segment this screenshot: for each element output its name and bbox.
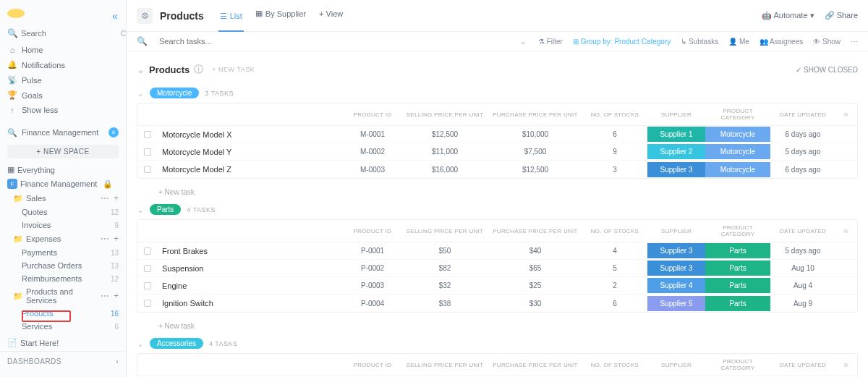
search-input[interactable] [21,29,121,38]
close-space-icon[interactable]: × [109,127,119,137]
add-column-icon[interactable]: ⊕ [835,226,857,236]
new-space-button[interactable]: + NEW SPACE [7,145,119,158]
status-icon[interactable] [144,265,151,272]
col-selling[interactable]: SELLING PRICE PER UNIT [401,360,488,370]
new-task-button[interactable]: + NEW TASK [212,66,255,73]
cell-supplier[interactable]: Supplier 3 [647,243,705,258]
col-supplier[interactable]: SUPPLIER [647,110,705,119]
task-name[interactable]: Front Brakes [158,244,344,258]
tab-list[interactable]: ☰List [218,6,244,32]
list-services[interactable]: Services6 [0,320,126,333]
collapse-sidebar-icon[interactable]: « [112,10,118,22]
folder-products-services[interactable]: 📁Products and Services⋯+ [0,285,126,307]
cell-supplier[interactable]: Supplier 3 [647,260,705,276]
col-updated[interactable]: DATE UPDATED [770,226,835,236]
info-icon[interactable]: ⓘ [194,63,203,76]
cell-supplier[interactable]: Supplier 1 [647,127,705,142]
status-icon[interactable] [144,282,151,289]
nav-show-less[interactable]: ↑Show less [0,103,126,117]
more-options-icon[interactable]: ⋯ [851,38,858,46]
col-category[interactable]: PRODUCT CATEGORY [705,223,770,239]
cell-category[interactable]: Parts [705,243,770,258]
cell-supplier[interactable]: Supplier 3 [647,162,705,177]
status-icon[interactable] [144,131,151,138]
nav-pulse[interactable]: 📡Pulse [0,72,126,88]
col-product-id[interactable]: PRODUCT ID [344,226,401,236]
col-purchase[interactable]: PURCHASE PRICE PER UNIT [488,360,582,370]
expand-search-icon[interactable]: ⌄ [519,36,527,46]
filter-button[interactable]: ⚗ Filter [538,38,563,46]
more-icon[interactable]: ⋯ [101,234,109,244]
show-button[interactable]: 👁 Show [813,38,841,46]
group-collapse-icon[interactable]: ⌄ [137,205,144,215]
col-supplier[interactable]: SUPPLIER [647,360,705,370]
col-purchase[interactable]: PURCHASE PRICE PER UNIT [488,226,582,236]
plus-icon[interactable]: + [114,234,119,244]
list-invoices[interactable]: Invoices9 [0,219,126,232]
task-name[interactable]: Suspension [158,261,344,276]
col-stocks[interactable]: NO. OF STOCKS [582,226,647,236]
add-column-icon[interactable]: ⊕ [835,360,857,370]
show-closed-button[interactable]: ✓ SHOW CLOSED [796,66,858,74]
collapse-icon[interactable]: ⌄ [137,64,145,75]
sidebar-everything[interactable]: ▦Everything [0,163,126,177]
list-quotes[interactable]: Quotes12 [0,206,126,219]
more-icon[interactable]: ⋯ [101,193,109,203]
group-pill[interactable]: Motorcycle [150,88,199,98]
group-collapse-icon[interactable]: ⌄ [137,88,144,98]
table-row[interactable]: Engine P-0003 $32 $25 2 Supplier 4 Parts… [137,277,857,295]
new-task-row[interactable]: + New task [137,318,858,334]
nav-home[interactable]: ⌂Home [0,43,126,57]
task-name[interactable]: Motorcycle Model Y [158,145,344,159]
cell-category[interactable]: Motorcycle [705,144,770,159]
add-column-icon[interactable]: ⊕ [835,110,857,119]
cell-supplier[interactable]: Supplier 2 [647,144,705,159]
folder-sales[interactable]: 📁Sales⋯+ [0,191,126,206]
cell-category[interactable]: Parts [705,260,770,276]
task-name[interactable]: Engine [158,279,344,293]
col-stocks[interactable]: NO. OF STOCKS [582,360,647,370]
col-selling[interactable]: SELLING PRICE PER UNIT [401,226,488,236]
more-icon[interactable]: ⋯ [101,291,109,301]
col-selling[interactable]: SELLING PRICE PER UNIT [401,110,488,119]
assignees-button[interactable]: 👥 Assignees [760,38,803,46]
col-updated[interactable]: DATE UPDATED [770,110,835,119]
nav-goals[interactable]: 🏆Goals [0,88,126,103]
space-header[interactable]: 🔍 Finance Management × [0,123,126,142]
task-name[interactable]: Motorcycle Model X [158,127,344,142]
status-icon[interactable] [144,300,151,307]
col-stocks[interactable]: NO. OF STOCKS [582,110,647,119]
tab-by-supplier[interactable]: ▦By Supplier [254,6,307,25]
group-collapse-icon[interactable]: ⌄ [137,339,144,349]
table-row[interactable]: Motorcycle Model Z M-0003 $16,000 $12,50… [137,161,857,178]
subtasks-button[interactable]: ↳ Subtasks [681,38,718,46]
col-supplier[interactable]: SUPPLIER [647,226,705,236]
dashboards-section[interactable]: DASHBOARDS› [0,351,126,371]
group-by-button[interactable]: ⊞ Group by: Product Category [573,38,671,46]
col-product-id[interactable]: PRODUCT ID [344,110,401,119]
col-updated[interactable]: DATE UPDATED [770,360,835,370]
cell-category[interactable]: Motorcycle [705,127,770,142]
cell-supplier[interactable]: Supplier 5 [647,296,705,311]
sidebar-search[interactable]: 🔍 Ctrl+K [0,24,126,43]
col-purchase[interactable]: PURCHASE PRICE PER UNIT [488,110,582,119]
list-payments[interactable]: Payments13 [0,246,126,259]
status-icon[interactable] [144,166,151,173]
list-settings-icon[interactable]: ⚙ [137,8,153,24]
task-name[interactable]: Ignition Switch [158,296,344,310]
col-category[interactable]: PRODUCT CATEGORY [705,357,770,373]
plus-icon[interactable]: + [114,193,119,203]
status-icon[interactable] [144,148,151,156]
col-product-id[interactable]: PRODUCT ID [344,360,401,370]
cell-category[interactable]: Parts [705,296,770,311]
status-icon[interactable] [144,247,151,255]
group-pill[interactable]: Parts [150,204,181,215]
group-pill[interactable]: Accessories [150,338,203,349]
list-purchase-orders[interactable]: Purchase Orders13 [0,259,126,272]
nav-notifications[interactable]: 🔔Notifications [0,57,126,72]
cell-supplier[interactable]: Supplier 4 [647,278,705,293]
me-button[interactable]: 👤 Me [728,38,749,46]
plus-icon[interactable]: + [114,291,119,301]
table-row[interactable]: Ignition Switch P-0004 $38 $30 6 Supplie… [137,295,857,312]
table-row[interactable]: Front Brakes P-0001 $50 $40 4 Supplier 3… [137,242,857,260]
